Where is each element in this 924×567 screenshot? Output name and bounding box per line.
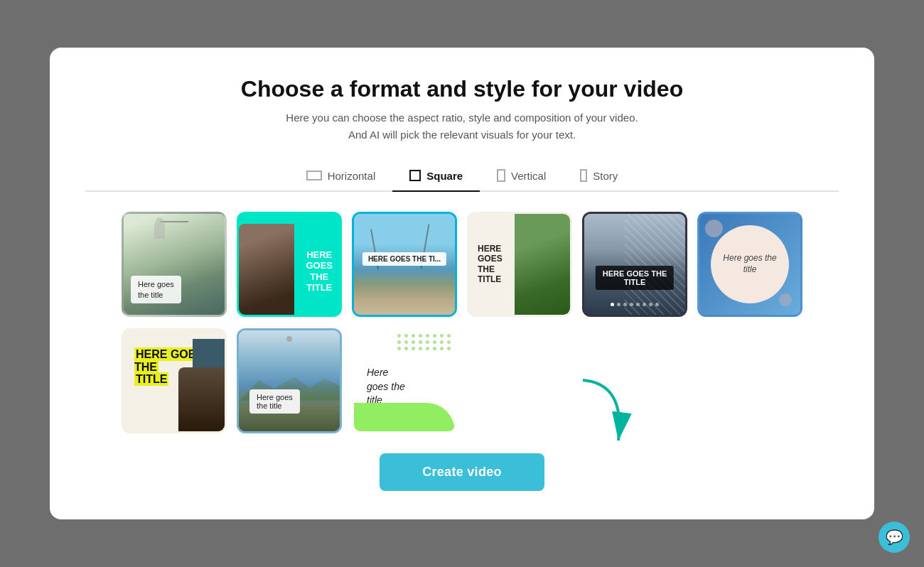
tab-horizontal[interactable]: Horizontal [289,163,393,192]
template-6-text: Here goes thetitle [723,253,776,275]
template-7-rect [193,339,225,367]
format-style-modal: Choose a format and style for your video… [50,48,874,519]
template-5-text: HERE GOES THETITLE [596,266,674,290]
template-9-blob [354,403,455,431]
vertical-icon [497,169,505,182]
template-7-person [178,367,225,431]
tab-story[interactable]: Story [563,163,635,192]
template-8-pin [286,336,292,342]
template-1-overlay: Here goesthe title [131,276,181,303]
template-card-2[interactable]: HEREGOESTHETITLE [237,212,342,317]
tab-square-label: Square [426,170,463,182]
template-5-image [584,214,685,315]
story-icon [580,169,587,182]
templates-grid: Here goesthe title HEREGOESTHETITLE HERE… [85,212,839,433]
template-card-1[interactable]: Here goesthe title [122,212,227,317]
template-4-text: HEREGOESTHETITLE [478,244,503,285]
tab-vertical[interactable]: Vertical [480,163,563,192]
arrow-icon [569,377,640,462]
template-2-person [239,224,294,315]
square-icon [409,170,421,181]
tab-square[interactable]: Square [392,163,480,192]
chat-bubble-button[interactable]: 💬 [879,522,910,553]
format-tabs: Horizontal Square Vertical Story [85,163,839,192]
templates-row-2: HERE GOES THE TITLE Here goesthe title [85,328,839,433]
subtitle-line1: Here you can choose the aspect ratio, st… [286,112,638,124]
tab-horizontal-label: Horizontal [328,170,376,182]
modal-title: Choose a format and style for your video [241,76,683,102]
template-9-text: Heregoes thetitle [367,366,405,408]
templates-row-1: Here goesthe title HEREGOESTHETITLE HERE… [85,212,839,317]
subtitle-line2: And AI will pick the relevant visuals fo… [348,129,576,141]
template-card-4[interactable]: HEREGOESTHETITLE [467,212,572,317]
tab-story-label: Story [593,170,618,182]
template-card-3[interactable]: HERE GOES THE TI... [352,212,457,317]
template-2-text: HEREGOESTHETITLE [306,249,333,293]
template-card-9[interactable]: Heregoes thetitle [352,328,457,433]
template-9-dots [397,334,451,350]
template-5-dots [611,303,659,306]
template-card-8[interactable]: Here goesthe title [237,328,342,433]
horizontal-icon [306,171,322,180]
template-8-image [239,330,340,431]
template-8-text: Here goesthe title [249,389,300,414]
template-4-image [515,214,570,315]
template-card-7[interactable]: HERE GOES THE TITLE [122,328,227,433]
create-video-button[interactable]: Create video [380,453,544,491]
template-6-circle: Here goes thetitle [711,225,789,303]
modal-subtitle: Here you can choose the aspect ratio, st… [286,109,638,144]
template-5-diagonal [625,214,685,315]
template-card-5[interactable]: HERE GOES THETITLE [582,212,687,317]
template-card-6[interactable]: Here goes thetitle [697,212,802,317]
chat-icon: 💬 [886,529,903,546]
tab-vertical-label: Vertical [511,170,546,182]
template-3-text: HERE GOES THE TI... [362,252,446,266]
